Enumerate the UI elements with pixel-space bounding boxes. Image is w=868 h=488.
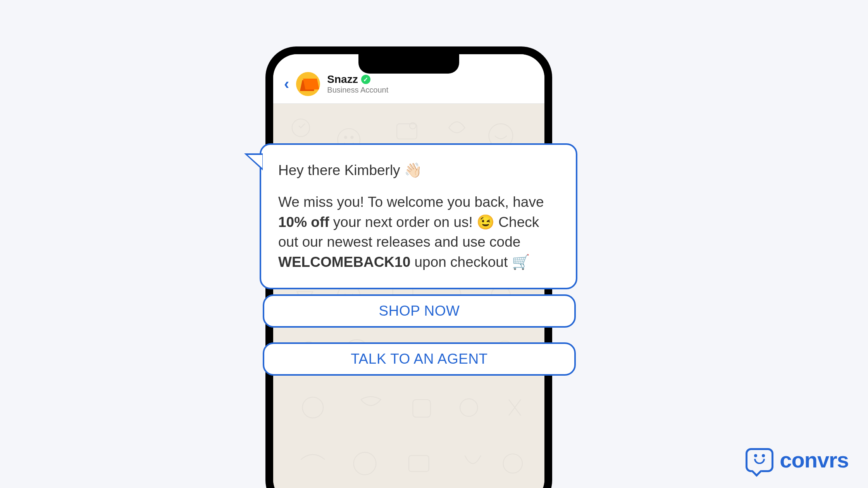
wink-emoji-icon: 😉	[477, 214, 494, 230]
svg-point-27	[503, 454, 523, 473]
discount-amount: 10% off	[278, 214, 329, 230]
svg-point-2	[344, 136, 347, 139]
convrs-wordmark: convrs	[780, 447, 849, 473]
business-name: Snazz	[327, 73, 358, 86]
talk-to-agent-button[interactable]: TALK TO AN AGENT	[263, 342, 576, 376]
verified-icon: ✓	[361, 75, 370, 84]
convrs-chat-icon	[746, 448, 773, 472]
avatar[interactable]	[296, 72, 320, 96]
business-subtitle: Business Account	[327, 86, 388, 95]
svg-point-24	[460, 399, 477, 416]
convrs-logo: convrs	[746, 447, 849, 473]
message-bubble: Hey there Kimberly 👋🏻 We miss you! To we…	[260, 143, 577, 289]
shopping-bag-icon	[300, 77, 316, 91]
message-text: Hey there Kimberly 👋🏻 We miss you! To we…	[278, 160, 559, 272]
phone-notch	[358, 54, 459, 74]
wave-emoji-icon: 👋🏻	[404, 162, 422, 178]
svg-rect-26	[409, 455, 429, 471]
greeting-text: Hey there Kimberly	[278, 162, 404, 178]
body-text-1: We miss you! To welcome you back, have	[278, 194, 544, 210]
business-info: Snazz ✓ Business Account	[327, 73, 388, 95]
shop-now-button[interactable]: SHOP NOW	[263, 294, 576, 328]
promo-code: WELCOMEBACK10	[278, 254, 410, 270]
back-icon[interactable]: ‹	[284, 75, 289, 93]
talk-agent-label: TALK TO AN AGENT	[351, 351, 487, 367]
cart-emoji-icon: 🛒	[512, 254, 530, 270]
svg-point-25	[354, 452, 376, 475]
svg-point-3	[351, 136, 353, 139]
svg-rect-4	[397, 124, 417, 139]
svg-point-22	[302, 397, 323, 418]
svg-rect-23	[413, 400, 430, 417]
body-text-4: upon checkout	[410, 254, 512, 270]
shop-now-label: SHOP NOW	[379, 303, 460, 319]
bubble-tail-icon	[244, 153, 263, 170]
body-text-2: your next order on us!	[329, 214, 477, 230]
